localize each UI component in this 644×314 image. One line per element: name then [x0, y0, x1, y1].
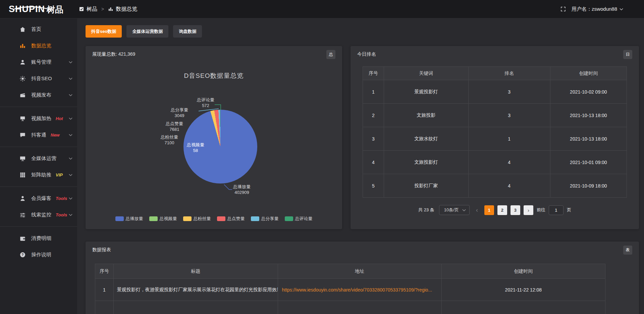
legend-swatch — [285, 216, 293, 221]
sidebar-item-expense-detail[interactable]: 消费明细 — [0, 230, 77, 247]
tab-inquiry-data[interactable]: 询盘数据 — [173, 25, 202, 38]
hot-badge: Hot — [56, 116, 63, 121]
sidebar-item-label: 消费明细 — [31, 235, 51, 242]
table-cell: 文旅水纹灯 — [384, 127, 468, 151]
wallet-icon — [19, 235, 26, 242]
table-header-row: 序号 标题 地址 创建时间 — [95, 264, 605, 279]
table-row: 3文旅水纹灯12021-10-13 18:00 — [363, 127, 627, 151]
tools-badge: Tools — [56, 196, 67, 201]
tab-douyin-seo-data[interactable]: 抖音seo数据 — [86, 25, 122, 38]
bar-chart-icon — [108, 6, 113, 12]
chevron-down-icon — [69, 214, 72, 216]
goto-page-input[interactable] — [549, 205, 564, 215]
sidebar-item-member-burst[interactable]: 会员爆客 Tools — [0, 190, 77, 207]
sidebar-item-label: 操作说明 — [31, 252, 51, 258]
sidebar-item-video-publish[interactable]: 视频发布 — [0, 87, 77, 103]
table-cell: 2021-10-13 18:00 — [550, 127, 627, 151]
page-unit-label: 页 — [567, 207, 571, 213]
table-badge-button[interactable]: 表 — [623, 246, 632, 255]
sidebar-item-douketong[interactable]: 抖客通 New — [0, 127, 77, 143]
pie-label-shares: 总分享量 3049 — [161, 107, 198, 118]
chat-bubble-icon — [19, 132, 26, 138]
table-cell — [113, 301, 278, 314]
sidebar-item-label: 线索监控 — [31, 212, 51, 218]
chevron-down-icon — [69, 117, 72, 120]
sidebar-item-help[interactable]: ? 操作说明 — [0, 247, 77, 263]
sidebar-item-matrix-boost[interactable]: 矩阵助推 VIP — [0, 167, 77, 183]
breadcrumb-separator: > — [101, 6, 104, 12]
table-header-row: 序号 关键词 排名 创建时间 — [363, 67, 627, 80]
total-count-label: 共 23 条 — [418, 207, 434, 213]
column-header: 序号 — [363, 67, 384, 80]
sidebar-item-lead-monitor[interactable]: 线索监控 Tools — [0, 207, 77, 223]
topbar-right: 用户名：zswodun88 — [560, 6, 623, 12]
next-page-button[interactable]: › — [524, 205, 533, 215]
legend-item[interactable]: 总播放量 — [115, 216, 143, 222]
column-header: 序号 — [95, 264, 114, 279]
monitor-icon — [19, 155, 26, 162]
chevron-down-icon — [69, 61, 72, 63]
page-button-1[interactable]: 1 — [484, 205, 494, 215]
pagination: 共 23 条 10条/页 ‹ 1 2 3 › 前往 页 — [351, 205, 639, 215]
legend-item[interactable]: 总分享量 — [251, 216, 279, 222]
report-panel: 数据报表 表 序号 标题 地址 创建时间 1景观投影灯，夜游景观投影灯厂家展示展… — [86, 242, 639, 314]
sidebar-divider — [0, 147, 77, 147]
chevron-down-icon — [69, 197, 72, 200]
question-circle-icon: ? — [19, 252, 26, 258]
legend-item[interactable]: 总视频量 — [149, 216, 177, 222]
bar-chart-icon — [19, 43, 26, 49]
sidebar-item-douyin-seo[interactable]: 抖音SEO — [0, 70, 77, 87]
breadcrumb-root[interactable]: 树品 — [87, 6, 97, 13]
day-badge-button[interactable]: 日 — [623, 50, 632, 59]
prev-page-button[interactable]: ‹ — [473, 205, 481, 215]
sidebar-item-video-heat[interactable]: 视频加热 Hot — [0, 110, 77, 127]
legend-swatch — [183, 216, 192, 221]
tab-omni-media-data[interactable]: 全媒体运营数据 — [126, 25, 168, 38]
sidebar-item-data-overview[interactable]: 数据总览 — [0, 38, 77, 54]
sidebar-item-omni-media[interactable]: 全媒体运营 — [0, 150, 77, 167]
legend-item[interactable]: 总粉丝量 — [183, 216, 211, 222]
home-icon — [19, 26, 26, 33]
overview-panel-title: 展现量总数: 421,369 — [86, 46, 342, 57]
column-header: 创建时间 — [441, 264, 605, 279]
legend-item[interactable]: 总评论量 — [285, 216, 313, 222]
sidebar-item-account[interactable]: 账号管理 — [0, 54, 77, 70]
chevron-down-icon — [69, 94, 72, 96]
table-cell: 2 — [363, 104, 384, 127]
table-cell: 3 — [468, 104, 550, 127]
topbar: SHUPIN 树品 树品 > 数据总览 用户名：zswodun88 — [0, 0, 644, 18]
page-size-select[interactable]: 10条/页 — [439, 205, 470, 215]
overview-panel: 展现量总数: 421,369 总 D音SEO数据量总览 总评论量 572 — [86, 46, 342, 229]
breadcrumb-current[interactable]: 数据总览 — [116, 6, 137, 13]
legend-item[interactable]: 总点赞量 — [217, 216, 245, 222]
sidebar-item-label: 视频加热 — [31, 115, 51, 122]
table-cell: 2021-10-01 09:00 — [550, 151, 627, 174]
chevron-down-icon — [69, 77, 72, 80]
table-row: 2文旅投影32021-10-13 18:00 — [363, 104, 627, 127]
sidebar-item-label: 抖客通 — [31, 132, 46, 138]
ranking-panel: 今日排名 日 序号 关键词 排名 创建时间 1景观投影灯32021-10-02 … — [351, 46, 639, 229]
chevron-down-icon — [69, 157, 72, 160]
table-cell: 景观投影灯，夜游景观投影灯厂家展示展示落花灯在花园里的灯光投影应用效果 # — [113, 279, 278, 301]
sidebar-divider — [0, 187, 77, 187]
table-row: 5投影灯厂家42021-10-09 18:00 — [363, 174, 627, 198]
fullscreen-icon[interactable] — [560, 6, 566, 12]
page-button-2[interactable]: 2 — [497, 205, 507, 215]
sidebar-item-label: 会员爆客 — [31, 195, 51, 202]
video-link[interactable]: https://www.iesdouyin.com/share/video/70… — [278, 279, 441, 301]
app-logo: SHUPIN 树品 — [0, 5, 77, 14]
user-menu[interactable]: 用户名：zswodun88 — [572, 6, 623, 12]
person-icon — [19, 195, 26, 202]
table-cell: 1 — [468, 127, 550, 151]
sidebar-item-home[interactable]: 首页 — [0, 21, 77, 38]
sidebar: 首页 数据总览 账号管理 抖音SEO 视频发布 视频加热 Hot 抖客通 New… — [0, 18, 77, 314]
total-badge-button[interactable]: 总 — [326, 50, 335, 59]
table-cell: 2021-10-02 09:00 — [550, 80, 627, 104]
page-button-3[interactable]: 3 — [511, 205, 520, 215]
sidebar-item-label: 抖音SEO — [31, 75, 52, 82]
sidebar-divider — [0, 226, 77, 227]
new-badge: New — [51, 133, 60, 138]
sidebar-item-label: 全媒体运营 — [31, 155, 56, 162]
sidebar-item-label: 数据总览 — [31, 43, 51, 49]
ranking-panel-title: 今日排名 — [351, 46, 639, 57]
